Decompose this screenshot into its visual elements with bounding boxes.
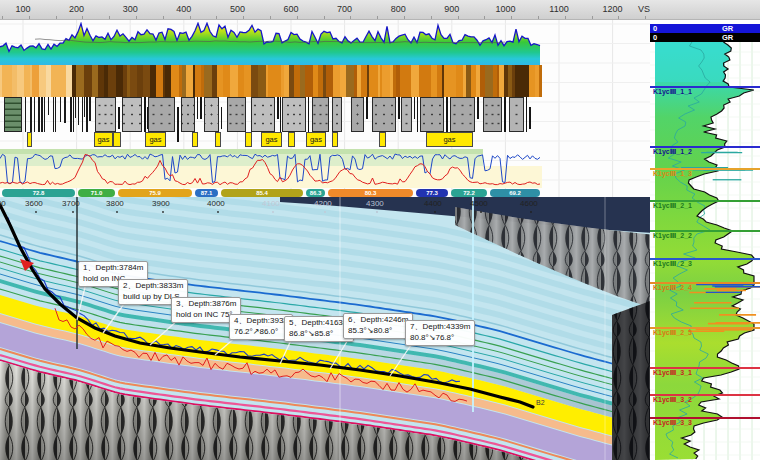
litho-thin-bar (73, 97, 74, 132)
ruler-tick (565, 16, 566, 19)
formation-marker-label: K1ycⅢ_2_4 (653, 284, 692, 292)
depth-ruler-label: 3600 (25, 199, 43, 208)
litho-sandstone-block (95, 97, 116, 132)
litho-thin-bar (70, 97, 72, 132)
annotation-title: 7、Depth:4339m (410, 322, 470, 333)
litho-sandstone-block (332, 97, 342, 132)
ruler-tick (216, 16, 217, 19)
ruler-tick (56, 16, 57, 19)
annotation-title: 3、Depth:3876m (176, 299, 236, 310)
litho-thin-bar (55, 97, 56, 132)
ruler-tick (82, 16, 83, 19)
litho-sandstone-block (483, 97, 502, 132)
litho-thin-bar (118, 107, 120, 129)
annotation-detail: 80.8°↘76.8° (410, 333, 470, 344)
gas-badge-small (288, 132, 295, 147)
formation-marker-label: K1ycⅢ_2_5 (653, 329, 692, 337)
ruler-label-300: 300 (123, 4, 138, 14)
litho-thin-bar (197, 97, 198, 119)
gas-badge: gas (426, 132, 473, 147)
lithology-track[interactable] (0, 97, 542, 132)
litho-thin-bar (75, 97, 76, 118)
annotation-detail: 85.3°↘80.8° (348, 326, 408, 337)
interval-pill: 77.3 (416, 189, 448, 197)
annotation-detail: 86.8°↘85.8° (289, 329, 349, 340)
litho-thin-bar (414, 97, 415, 119)
image-log-track[interactable] (0, 65, 542, 97)
inclination-interval-bar: 72.871.075.987.185.486.380.377.372.269.2 (0, 189, 542, 197)
type-well-gr-panel[interactable]: 0 GR 0 GR K1ycⅢ_1_1K1ycⅢ_1_2K1ycⅢ_1_3K1y… (650, 20, 760, 460)
gr-log-track[interactable] (0, 22, 542, 65)
trajectory-end-label: B2 (536, 399, 545, 406)
gr-min-value: 0 (653, 33, 657, 42)
gr-curve-name: GR (722, 24, 733, 33)
vs-ruler-unit-label: VS (638, 4, 650, 14)
interval-pill: 86.3 (306, 189, 325, 197)
litho-thin-bar (30, 97, 32, 132)
litho-sandstone-block (204, 97, 219, 132)
gas-show-track[interactable]: gasgasgasgasgas (0, 132, 542, 148)
ruler-label-800: 800 (391, 4, 406, 14)
gas-badge-small (379, 132, 386, 147)
formation-marker-label: K1ycⅢ_1_3 (653, 170, 692, 178)
ruler-tick (511, 16, 512, 19)
ruler-label-1000: 1000 (495, 4, 515, 14)
depth-ruler-label: 3700 (62, 199, 80, 208)
litho-thin-bar (398, 97, 400, 119)
gas-badge-label: gas (427, 133, 472, 146)
gas-badge-small (215, 132, 221, 147)
litho-sandstone-block (181, 97, 195, 132)
seismic-section[interactable]: 3500360037003800390040004100420043004400… (0, 197, 650, 460)
vs-distance-ruler[interactable]: VS 1002003004005006007008009001000110012… (0, 0, 760, 20)
litho-thin-bar (221, 107, 222, 129)
depth-ruler-label: 4400 (424, 199, 442, 208)
gas-badge-small (332, 132, 338, 147)
depth-ruler-label: 4100 (262, 199, 280, 208)
litho-sandstone-block (420, 97, 444, 132)
ruler-tick (270, 16, 271, 19)
annotation-title: 6、Depth:4246m (348, 315, 408, 326)
litho-thin-bar (477, 97, 479, 119)
gr-resistivity-track[interactable] (0, 149, 542, 188)
ruler-tick (29, 16, 30, 19)
depth-ruler-label: 4300 (366, 199, 384, 208)
annotation-detail: 76.2°↗86.0° (234, 327, 288, 338)
ruler-tick (136, 16, 137, 19)
annotation-title: 2、Depth:3833m (123, 281, 183, 292)
litho-thin-bar (78, 97, 79, 125)
litho-thin-bar (60, 97, 61, 122)
annotation-title: 1、Depth:3784m (83, 263, 143, 274)
interval-pill: 75.9 (118, 189, 192, 197)
litho-thin-bar (84, 97, 85, 117)
interval-pill: 72.8 (2, 189, 75, 197)
gr-curve-name: GR (722, 33, 733, 42)
gas-badge-label: gas (146, 133, 165, 146)
gas-badge: gas (261, 132, 282, 147)
litho-sandstone-block (450, 97, 475, 132)
formation-marker-label: K1ycⅢ_2_1 (653, 202, 692, 210)
depth-ruler-label: 4600 (520, 199, 538, 208)
ruler-tick (458, 16, 459, 19)
ruler-tick (350, 16, 351, 19)
ruler-label-100: 100 (15, 4, 30, 14)
ruler-tick (297, 16, 298, 19)
formation-marker-label: K1ycⅢ_1_2 (653, 148, 692, 156)
gas-badge: gas (94, 132, 113, 147)
interval-pill: 71.0 (78, 189, 115, 197)
interval-pill: 87.1 (195, 189, 218, 197)
litho-thin-bar (529, 107, 531, 129)
annotation-callout-7[interactable]: 7、Depth:4339m80.8°↘76.8° (405, 320, 475, 346)
gas-badge-label: gas (262, 133, 281, 146)
annotation-callout-6[interactable]: 6、Depth:4246m85.3°↘80.8° (343, 313, 413, 339)
ruler-tick (404, 16, 405, 19)
litho-thin-bar (64, 97, 66, 123)
depth-ruler-label: 4000 (207, 199, 225, 208)
litho-sandstone-block (251, 97, 275, 132)
ruler-tick (484, 16, 485, 19)
formation-marker-label: K1ycⅢ_2_3 (653, 260, 692, 268)
interval-pill: 72.2 (451, 189, 487, 197)
litho-thin-bar (25, 97, 26, 132)
litho-sandstone-block (227, 97, 246, 132)
gr-header-row-2: 0 GR (650, 33, 760, 42)
formation-marker-label: K1ycⅢ_3_3 (653, 419, 692, 427)
